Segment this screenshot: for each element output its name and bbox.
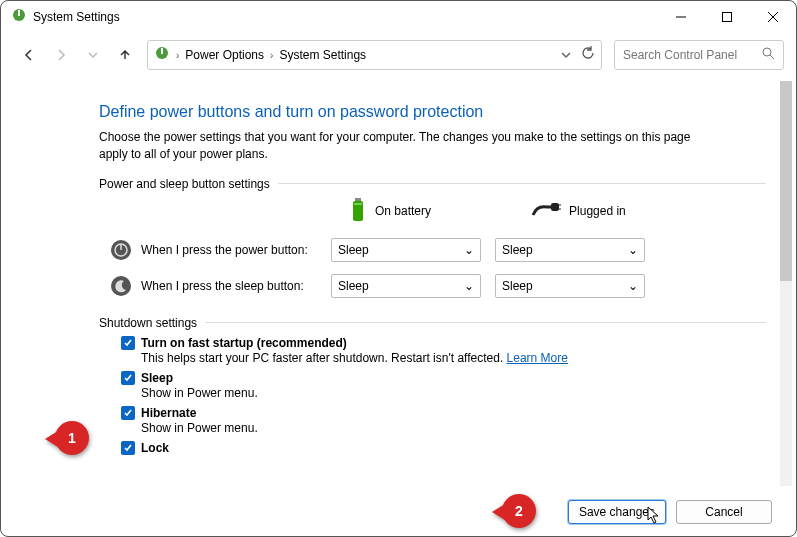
checkbox-description: Show in Power menu. [141,421,766,435]
nav-up-button[interactable] [115,45,135,65]
checkbox-label: Sleep [141,371,173,385]
row-sleep-button: When I press the sleep button: Sleep⌄ Sl… [99,274,766,298]
checkbox-hibernate[interactable] [121,406,135,420]
section-power-sleep: Power and sleep button settings [99,177,766,191]
svg-rect-1 [18,10,20,16]
search-placeholder: Search Control Panel [623,48,737,62]
titlebar: System Settings [1,1,796,33]
window-title: System Settings [33,10,120,24]
column-label: Plugged in [569,204,626,218]
select-sleep-battery[interactable]: Sleep⌄ [331,274,481,298]
select-sleep-plugged[interactable]: Sleep⌄ [495,274,645,298]
column-on-battery: On battery [349,197,431,226]
svg-rect-12 [354,203,362,205]
nav-back-button[interactable] [19,45,39,65]
section-shutdown: Shutdown settings [99,316,766,330]
chevron-right-icon: › [176,50,179,61]
section-label-text: Shutdown settings [99,316,197,330]
option-sleep: Sleep Show in Power menu. [121,371,766,400]
maximize-button[interactable] [704,1,750,33]
svg-rect-13 [551,203,559,211]
checkbox-label: Turn on fast startup (recommended) [141,336,347,350]
option-lock: Lock [121,441,766,455]
checkbox-label: Lock [141,441,169,455]
power-options-icon [154,45,170,65]
search-icon [762,47,775,63]
nav-forward-button[interactable] [51,45,71,65]
power-button-icon [109,238,133,262]
svg-rect-3 [723,13,732,22]
setting-label: When I press the power button: [141,243,331,257]
breadcrumb-power-options[interactable]: Power Options [185,48,264,62]
chevron-down-icon[interactable] [561,46,571,64]
cancel-button[interactable]: Cancel [676,500,772,524]
select-power-plugged[interactable]: Sleep⌄ [495,238,645,262]
checkbox-description: This helps start your PC faster after sh… [141,351,503,365]
select-value: Sleep [502,243,533,257]
select-power-battery[interactable]: Sleep⌄ [331,238,481,262]
plug-icon [531,201,561,222]
chevron-down-icon: ⌄ [464,279,474,293]
annotation-badge-2: 2 [502,494,536,528]
sleep-button-icon [109,274,133,298]
vertical-scrollbar[interactable] [780,81,792,486]
column-label: On battery [375,204,431,218]
checkbox-fast-startup[interactable] [121,336,135,350]
select-value: Sleep [338,279,369,293]
setting-label: When I press the sleep button: [141,279,331,293]
section-label-text: Power and sleep button settings [99,177,270,191]
svg-point-8 [763,48,771,56]
app-icon [11,7,27,27]
battery-icon [349,197,367,226]
chevron-down-icon: ⌄ [628,243,638,257]
chevron-right-icon: › [270,50,273,61]
annotation-badge-1: 1 [55,421,89,455]
breadcrumb-system-settings[interactable]: System Settings [279,48,366,62]
nav-row: › Power Options › System Settings Search… [1,33,796,77]
svg-rect-7 [161,48,163,54]
checkbox-label: Hibernate [141,406,196,420]
refresh-button[interactable] [581,46,595,64]
nav-recent-button[interactable] [83,45,103,65]
content-area: Define power buttons and turn on passwor… [99,83,766,476]
address-bar[interactable]: › Power Options › System Settings [147,40,602,70]
close-button[interactable] [750,1,796,33]
chevron-down-icon: ⌄ [628,279,638,293]
search-input[interactable]: Search Control Panel [614,40,784,70]
save-changes-button[interactable]: Save changes [568,500,666,524]
svg-line-9 [770,55,774,59]
column-plugged-in: Plugged in [531,197,626,226]
page-description: Choose the power settings that you want … [99,129,699,163]
select-value: Sleep [338,243,369,257]
page-heading: Define power buttons and turn on passwor… [99,103,766,121]
select-value: Sleep [502,279,533,293]
svg-rect-11 [355,198,361,201]
option-fast-startup: Turn on fast startup (recommended) This … [121,336,766,365]
checkbox-description: Show in Power menu. [141,386,766,400]
scrollbar-thumb[interactable] [780,81,792,281]
checkbox-lock[interactable] [121,441,135,455]
checkbox-sleep[interactable] [121,371,135,385]
minimize-button[interactable] [658,1,704,33]
option-hibernate: Hibernate Show in Power menu. [121,406,766,435]
chevron-down-icon: ⌄ [464,243,474,257]
row-power-button: When I press the power button: Sleep⌄ Sl… [99,238,766,262]
learn-more-link[interactable]: Learn More [507,351,568,365]
